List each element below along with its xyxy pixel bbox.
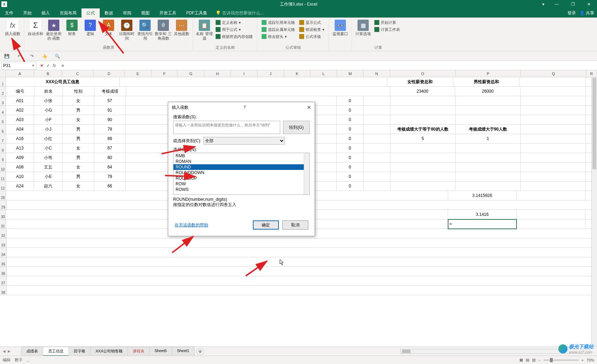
select-all-corner[interactable] bbox=[0, 70, 6, 77]
tell-me-search[interactable]: 💡 告诉我您想要做什么... bbox=[212, 8, 267, 18]
row-header[interactable]: 8 bbox=[0, 144, 6, 153]
calculation-options-button[interactable]: ▦计算选项 bbox=[355, 19, 372, 36]
cell-m[interactable]: 0 bbox=[337, 115, 363, 125]
gt90-value[interactable]: 1 bbox=[455, 134, 520, 144]
cell-m[interactable]: 0 bbox=[337, 96, 363, 106]
cell[interactable] bbox=[520, 87, 586, 96]
cell-gender[interactable]: 男 bbox=[63, 172, 94, 181]
horizontal-scrollbar-thumb[interactable] bbox=[402, 350, 411, 353]
cell-name[interactable]: 赵六 bbox=[34, 181, 63, 191]
function-help-link[interactable]: 有关该函数的帮助 bbox=[175, 222, 208, 228]
zoom-slider-thumb[interactable] bbox=[550, 358, 553, 362]
row-header[interactable]: 1 bbox=[0, 77, 6, 87]
column-header-F[interactable]: F bbox=[151, 70, 178, 77]
evaluate-formula-button[interactable]: 公式求值 bbox=[298, 33, 326, 40]
touch-mode-button[interactable]: 👆 bbox=[41, 53, 48, 59]
insert-function-button[interactable]: fx 插入函数 bbox=[4, 19, 21, 36]
cell-name[interactable]: 小C bbox=[34, 144, 63, 153]
cell-m[interactable]: 0 bbox=[337, 153, 363, 163]
row-header[interactable]: 11 bbox=[0, 172, 6, 181]
cell-score[interactable]: 87 bbox=[94, 144, 126, 153]
cell-m[interactable]: 0 bbox=[337, 125, 363, 134]
function-item-rounddown[interactable]: ROUNDDOWN bbox=[173, 170, 309, 176]
tab-page-layout[interactable]: 页面布局 bbox=[55, 8, 81, 18]
sheet-tab[interactable]: Sheet1 bbox=[172, 347, 195, 356]
cell[interactable] bbox=[519, 77, 585, 87]
row-header[interactable]: 34 bbox=[0, 248, 7, 257]
column-header-G[interactable]: G bbox=[178, 70, 204, 77]
sheet-tab[interactable]: 课程表 bbox=[127, 347, 150, 356]
cell-name[interactable]: 王五 bbox=[34, 163, 63, 172]
cell-gender[interactable]: 女 bbox=[63, 163, 94, 172]
col-header-id[interactable]: 编号 bbox=[6, 87, 34, 96]
gte80-value[interactable]: 5 bbox=[391, 134, 455, 144]
function-listbox[interactable]: RMBROMANROUNDROUNDDOWNROUNDUPROWROWS bbox=[173, 153, 310, 195]
cell-name[interactable]: 小F bbox=[34, 115, 63, 125]
cell-id[interactable]: A10 bbox=[6, 172, 34, 181]
row-header[interactable]: 10 bbox=[0, 163, 6, 172]
gte80-label[interactable]: 考核成绩大于等于80的人数 bbox=[391, 125, 455, 134]
column-header-B[interactable]: B bbox=[34, 70, 62, 77]
column-header-H[interactable]: H bbox=[204, 70, 231, 77]
sheet-nav-right[interactable]: ▶ bbox=[8, 349, 11, 353]
cell-m[interactable]: 0 bbox=[337, 134, 363, 144]
pi-round-cell[interactable]: 3.1416 bbox=[448, 210, 517, 219]
row-header[interactable]: 29 bbox=[0, 200, 7, 210]
share-button[interactable]: 👤 共享 bbox=[579, 10, 594, 16]
cell-id[interactable]: A02 bbox=[6, 106, 34, 115]
active-cell[interactable]: = bbox=[448, 219, 517, 229]
cell[interactable] bbox=[521, 125, 586, 134]
row-header[interactable]: 9 bbox=[0, 153, 6, 163]
financial-button[interactable]: $财务 bbox=[64, 19, 80, 36]
remove-arrows-button[interactable]: 移去箭头 ▾ bbox=[260, 33, 296, 40]
cell[interactable] bbox=[521, 106, 586, 115]
column-header-P[interactable]: P bbox=[455, 70, 521, 77]
cancel-formula-button[interactable]: ✕ bbox=[40, 63, 44, 68]
sheet-tab[interactable]: Sheet5 bbox=[149, 347, 172, 356]
logical-button[interactable]: ?逻辑 bbox=[82, 19, 99, 36]
row-header[interactable]: 5 bbox=[0, 115, 6, 125]
pi-long-cell[interactable]: 3.1415926 bbox=[448, 191, 517, 200]
cell-score[interactable]: 64 bbox=[94, 163, 126, 172]
sheet-tab[interactable]: 员工信息 bbox=[43, 347, 69, 356]
close-button[interactable]: ✕ bbox=[581, 0, 597, 8]
cell-m[interactable]: 0 bbox=[337, 172, 363, 181]
row-header[interactable]: 12 bbox=[0, 181, 6, 191]
row-header[interactable]: 37 bbox=[0, 276, 7, 286]
cell-gender[interactable]: 女 bbox=[63, 181, 94, 191]
row-header[interactable]: 38 bbox=[0, 286, 7, 295]
name-manager-button[interactable]: 📋名称 管理器 bbox=[196, 19, 213, 41]
cell-gender[interactable]: 男 bbox=[63, 153, 94, 163]
view-page-button[interactable]: ▤ bbox=[526, 358, 529, 362]
new-sheet-button[interactable]: ⊕ bbox=[196, 348, 204, 355]
female-salary-sum-label[interactable]: 女性薪资总和 bbox=[387, 77, 453, 87]
view-normal-button[interactable]: ▦ bbox=[519, 358, 523, 362]
tab-insert[interactable]: 插入 bbox=[37, 8, 55, 18]
tab-review[interactable]: 审阅 bbox=[118, 8, 136, 18]
row-header[interactable]: 7 bbox=[0, 134, 6, 144]
row-header[interactable]: 36 bbox=[0, 267, 7, 276]
column-header-N[interactable]: N bbox=[363, 70, 390, 77]
view-pagebreak-button[interactable]: ▧ bbox=[532, 358, 536, 362]
cell-gender[interactable]: 男 bbox=[63, 125, 94, 134]
cell-id[interactable]: A16 bbox=[6, 134, 34, 144]
cell[interactable] bbox=[521, 115, 586, 125]
calculate-sheet-button[interactable]: 计算工作表 bbox=[373, 26, 401, 33]
zoom-out-button[interactable]: − bbox=[538, 358, 540, 362]
tab-view[interactable]: 视图 bbox=[136, 8, 155, 18]
tab-pdf-tools[interactable]: PDF工具集 bbox=[181, 8, 212, 18]
category-select[interactable]: 全部 bbox=[203, 137, 285, 145]
cell-id[interactable]: A24 bbox=[6, 181, 34, 191]
cell-name[interactable]: 小E bbox=[34, 172, 63, 181]
column-header-L[interactable]: L bbox=[310, 70, 337, 77]
preview-button[interactable]: 🔍 bbox=[54, 53, 60, 59]
zoom-in-button[interactable]: + bbox=[582, 358, 584, 362]
male-salary-sum-label[interactable]: 男性薪资总和 bbox=[453, 77, 519, 87]
row-header[interactable]: 35 bbox=[0, 257, 7, 267]
cell-score[interactable]: 57 bbox=[94, 96, 126, 106]
row-header[interactable]: 32 bbox=[0, 229, 7, 238]
trace-dependents-button[interactable]: 追踪从属单元格 bbox=[260, 26, 296, 33]
trace-precedents-button[interactable]: 追踪引用单元格 bbox=[260, 19, 296, 26]
date-time-button[interactable]: 🕐日期和时间 bbox=[118, 19, 135, 41]
vertical-scrollbar-thumb[interactable] bbox=[592, 78, 596, 169]
